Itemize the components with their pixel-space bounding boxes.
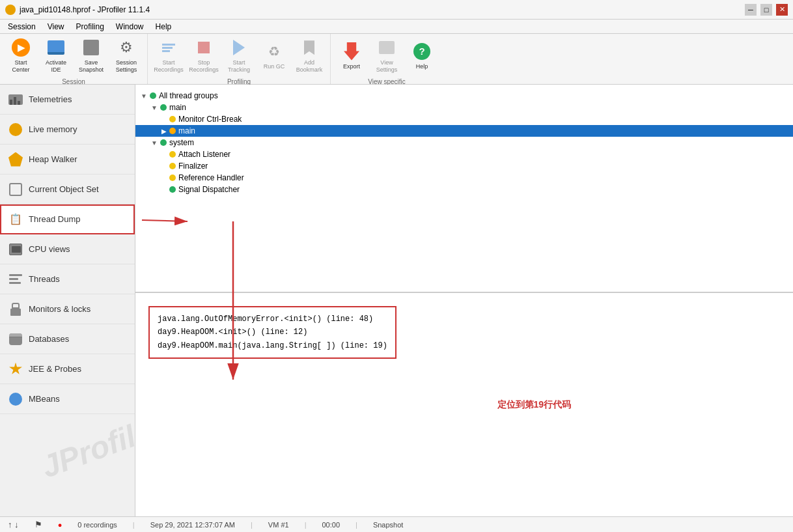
thread-tree[interactable]: ▼ All thread groups ▼ main ▶ Monitor Ctr… [135,85,793,293]
maximize-button[interactable]: □ [760,4,772,16]
tree-item-finalizer[interactable]: ▶ Finalizer [135,160,793,172]
sidebar-item-threads[interactable]: Threads [0,264,135,294]
session-buttons: ▶ StartCenter ActivateIDE SaveSnapshot ⚙ [3,34,145,77]
menu-profiling[interactable]: Profiling [71,21,109,33]
help-button[interactable]: ? Help [405,36,439,74]
session-settings-button[interactable]: ⚙ SessionSettings [109,36,143,74]
dot-main-group [160,104,167,111]
titlebar-controls[interactable]: ─ □ ✕ [745,4,788,16]
add-bookmark-button[interactable]: AddBookmark [292,36,326,74]
sidebar-item-heap-walker[interactable]: Heap Walker [0,145,135,175]
sidebar-thread-dump-label: Thread Dump [29,214,80,224]
activate-ide-button[interactable]: ActivateIDE [39,36,73,74]
tree-item-main-thread[interactable]: ▶ main [135,125,793,137]
activate-ide-icon [46,37,66,58]
status-vm: VM #1 [268,521,289,529]
sidebar-monitors-locks-label: Monitors & locks [29,304,90,314]
app-icon [5,5,16,15]
status-snapshot: Snapshot [373,521,403,529]
tree-item-reference-handler[interactable]: ▶ Reference Handler [135,172,793,184]
view-shape [379,41,395,54]
minimize-button[interactable]: ─ [745,4,757,16]
help-label: Help [416,63,428,70]
dot-main-thread [169,128,176,134]
start-recordings-label: StartRecordings [154,59,184,74]
stack-line-3: day9.HeapOOM.main(java.lang.String[ ]) (… [158,339,387,352]
statusbar: ↑ ↓ ⚑ ● 0 recordings | Sep 29, 2021 12:3… [0,516,793,532]
menu-session[interactable]: Session [3,21,41,33]
menu-window[interactable]: Window [111,21,149,33]
tree-item-all-thread-groups[interactable]: ▼ All thread groups [135,90,793,102]
start-tracking-icon [229,37,249,58]
activate-ide-label: ActivateIDE [46,59,66,74]
export-button[interactable]: Export [335,36,369,74]
play-shape [233,40,245,55]
sidebar-cpu-views-label: CPU views [29,244,70,254]
start-recordings-icon [158,37,179,58]
sidebar-item-current-object-set[interactable]: Current Object Set [0,175,135,204]
export-label: Export [343,63,360,70]
profiling-buttons: StartRecordings StopRecordings StartTrac… [150,34,327,77]
export-icon [341,41,362,62]
close-button[interactable]: ✕ [776,4,788,16]
recycle-shape: ♻ [268,44,280,59]
session-settings-label: SessionSettings [116,59,137,74]
monitor-ctrl-break-label: Monitor Ctrl-Break [178,115,242,124]
session-settings-icon: ⚙ [116,37,137,58]
add-bookmark-icon [299,37,320,58]
stack-annotation: 定位到第19行代码 [497,399,572,411]
save-snapshot-button[interactable]: SaveSnapshot [74,36,108,74]
sidebar-item-cpu-views[interactable]: CPU views [0,234,135,264]
dot-reference-handler [169,175,176,181]
orange-circle: ▶ [12,38,30,57]
start-tracking-button[interactable]: StartTracking [222,36,256,74]
sidebar: Telemetries Live memory Heap Walker Curr… [0,85,135,516]
expand-arrow: ▼ [141,92,147,100]
sidebar-live-memory-label: Live memory [29,124,77,134]
tree-item-signal-dispatcher[interactable]: ▶ Signal Dispatcher [135,184,793,195]
sidebar-databases-label: Databases [29,334,69,344]
gear-shape: ⚙ [120,39,133,56]
window-title: java_pid10148.hprof - JProfiler 11.1.4 [20,5,150,14]
stop-recordings-button[interactable]: StopRecordings [187,36,221,74]
threads-icon [8,272,23,287]
sidebar-item-live-memory[interactable]: Live memory [0,115,135,145]
tree-item-monitor-ctrl-break[interactable]: ▶ Monitor Ctrl-Break [135,113,793,125]
start-recordings-button[interactable]: StartRecordings [152,36,186,74]
dot-monitor-ctrl-break [169,116,176,122]
sidebar-item-telemetries[interactable]: Telemetries [0,85,135,115]
no-arrow-main: ▶ [161,128,167,135]
menu-view[interactable]: View [42,21,70,33]
start-center-button[interactable]: ▶ StartCenter [4,36,38,74]
view-settings-button[interactable]: ViewSettings [370,36,404,74]
sidebar-threads-label: Threads [29,274,60,284]
jee-icon [8,361,23,377]
monitor-shape [48,40,64,55]
start-center-label: StartCenter [12,59,29,74]
sidebar-item-mbeans[interactable]: MBeans [0,384,135,414]
floppy-shape [83,40,99,55]
sidebar-item-jee-probes[interactable]: JEE & Probes [0,354,135,384]
telemetry-icon [8,92,23,107]
status-time: 00:00 [322,521,340,529]
bookmark-shape [304,40,314,55]
sidebar-item-databases[interactable]: Databases [0,324,135,354]
view-specific-buttons: Export ViewSettings ? Help [333,34,440,77]
run-gc-button[interactable]: ♻ Run GC [257,36,291,74]
start-tracking-label: StartTracking [228,59,250,74]
tree-item-main-group[interactable]: ▼ main [135,102,793,113]
mbeans-icon [8,391,23,407]
watermark: JProfiler [36,408,135,484]
stack-line-2: day9.HeapOOM.<init>() (line: 12) [158,326,387,339]
tree-item-attach-listener[interactable]: ▶ Attach Listener [135,148,793,160]
system-group-label: system [169,138,194,147]
main-thread-label: main [178,126,195,135]
finalizer-label: Finalizer [178,161,208,171]
menu-help[interactable]: Help [150,21,177,33]
sidebar-item-monitors-locks[interactable]: Monitors & locks [0,294,135,324]
dot-all-thread-groups [150,92,156,99]
recordings-shape [162,44,175,52]
sidebar-item-thread-dump[interactable]: 📋 Thread Dump [0,204,135,234]
tree-item-system-group[interactable]: ▼ system [135,137,793,148]
titlebar-left: java_pid10148.hprof - JProfiler 11.1.4 [5,5,150,15]
